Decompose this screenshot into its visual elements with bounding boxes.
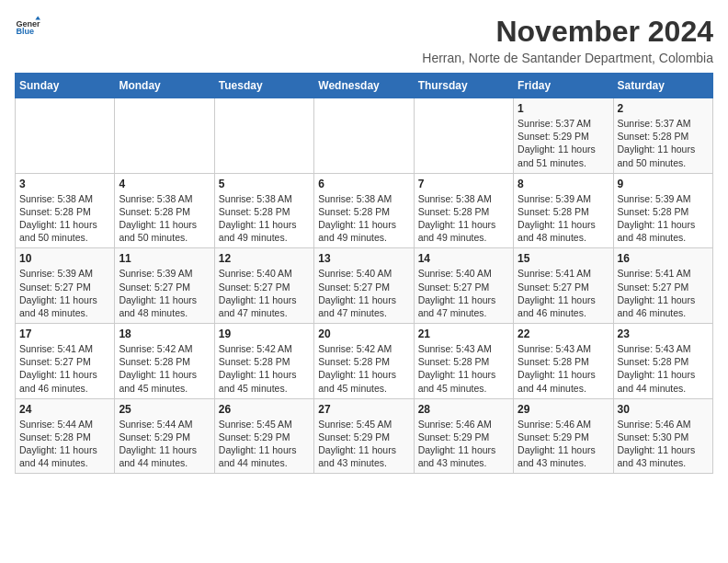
calendar-cell: 1Sunrise: 5:37 AM Sunset: 5:29 PM Daylig… [514, 98, 613, 174]
svg-marker-2 [35, 16, 40, 19]
day-info: Sunrise: 5:45 AM Sunset: 5:29 PM Dayligh… [219, 418, 310, 470]
calendar-cell: 5Sunrise: 5:38 AM Sunset: 5:28 PM Daylig… [214, 173, 313, 248]
svg-text:Blue: Blue [16, 27, 34, 36]
day-info: Sunrise: 5:41 AM Sunset: 5:27 PM Dayligh… [518, 267, 609, 319]
day-info: Sunrise: 5:38 AM Sunset: 5:28 PM Dayligh… [119, 192, 210, 245]
day-info: Sunrise: 5:40 AM Sunset: 5:27 PM Dayligh… [318, 267, 409, 319]
calendar-cell: 3Sunrise: 5:38 AM Sunset: 5:28 PM Daylig… [16, 173, 115, 248]
weekday-header-friday: Friday [514, 74, 613, 98]
calendar-cell: 4Sunrise: 5:38 AM Sunset: 5:28 PM Daylig… [115, 173, 214, 248]
calendar-cell [16, 98, 115, 174]
day-info: Sunrise: 5:42 AM Sunset: 5:28 PM Dayligh… [219, 342, 310, 395]
day-info: Sunrise: 5:43 AM Sunset: 5:28 PM Dayligh… [518, 342, 609, 395]
calendar-cell: 20Sunrise: 5:42 AM Sunset: 5:28 PM Dayli… [314, 324, 414, 399]
day-info: Sunrise: 5:38 AM Sunset: 5:28 PM Dayligh… [19, 192, 110, 245]
day-number: 17 [19, 327, 110, 340]
calendar-cell: 29Sunrise: 5:46 AM Sunset: 5:29 PM Dayli… [514, 398, 613, 474]
calendar-cell: 12Sunrise: 5:40 AM Sunset: 5:27 PM Dayli… [214, 248, 313, 324]
day-info: Sunrise: 5:43 AM Sunset: 5:28 PM Dayligh… [418, 342, 509, 395]
day-number: 23 [618, 327, 709, 340]
day-number: 22 [518, 327, 609, 340]
calendar-cell: 22Sunrise: 5:43 AM Sunset: 5:28 PM Dayli… [514, 324, 613, 399]
day-number: 18 [119, 327, 210, 340]
calendar-cell [414, 98, 513, 174]
title-area: November 2024 Herran, Norte de Santander… [422, 15, 713, 65]
logo: General Blue [15, 15, 40, 40]
day-info: Sunrise: 5:39 AM Sunset: 5:28 PM Dayligh… [518, 192, 609, 245]
day-info: Sunrise: 5:42 AM Sunset: 5:28 PM Dayligh… [119, 342, 210, 395]
day-info: Sunrise: 5:46 AM Sunset: 5:29 PM Dayligh… [518, 418, 609, 470]
weekday-header-saturday: Saturday [613, 74, 712, 98]
day-number: 13 [318, 252, 409, 265]
calendar-cell: 21Sunrise: 5:43 AM Sunset: 5:28 PM Dayli… [414, 324, 513, 399]
day-number: 30 [618, 403, 709, 416]
day-number: 5 [219, 178, 310, 190]
day-info: Sunrise: 5:37 AM Sunset: 5:28 PM Dayligh… [618, 117, 709, 169]
day-number: 20 [318, 327, 409, 340]
day-number: 14 [418, 252, 509, 265]
day-info: Sunrise: 5:43 AM Sunset: 5:28 PM Dayligh… [618, 342, 709, 395]
weekday-header-row: SundayMondayTuesdayWednesdayThursdayFrid… [16, 74, 713, 98]
day-info: Sunrise: 5:45 AM Sunset: 5:29 PM Dayligh… [318, 418, 409, 470]
day-info: Sunrise: 5:38 AM Sunset: 5:28 PM Dayligh… [318, 192, 409, 245]
calendar-cell: 13Sunrise: 5:40 AM Sunset: 5:27 PM Dayli… [314, 248, 414, 324]
day-number: 4 [119, 178, 210, 190]
day-number: 25 [119, 403, 210, 416]
day-number: 29 [518, 403, 609, 416]
day-number: 11 [119, 252, 210, 265]
calendar-cell: 18Sunrise: 5:42 AM Sunset: 5:28 PM Dayli… [115, 324, 214, 399]
day-number: 19 [219, 327, 310, 340]
calendar-cell: 25Sunrise: 5:44 AM Sunset: 5:29 PM Dayli… [115, 398, 214, 474]
day-number: 24 [19, 403, 110, 416]
calendar-cell: 2Sunrise: 5:37 AM Sunset: 5:28 PM Daylig… [613, 98, 712, 174]
day-number: 27 [318, 403, 409, 416]
day-number: 6 [318, 178, 409, 190]
calendar-cell: 14Sunrise: 5:40 AM Sunset: 5:27 PM Dayli… [414, 248, 513, 324]
calendar: SundayMondayTuesdayWednesdayThursdayFrid… [15, 73, 713, 474]
calendar-cell: 8Sunrise: 5:39 AM Sunset: 5:28 PM Daylig… [514, 173, 613, 248]
calendar-cell: 6Sunrise: 5:38 AM Sunset: 5:28 PM Daylig… [314, 173, 414, 248]
subtitle: Herran, Norte de Santander Department, C… [422, 51, 713, 65]
day-number: 7 [418, 178, 509, 190]
day-info: Sunrise: 5:46 AM Sunset: 5:30 PM Dayligh… [618, 418, 709, 470]
calendar-cell: 23Sunrise: 5:43 AM Sunset: 5:28 PM Dayli… [613, 324, 712, 399]
day-info: Sunrise: 5:40 AM Sunset: 5:27 PM Dayligh… [418, 267, 509, 319]
weekday-header-thursday: Thursday [414, 74, 513, 98]
weekday-header-monday: Monday [115, 74, 214, 98]
day-number: 15 [518, 252, 609, 265]
day-info: Sunrise: 5:37 AM Sunset: 5:29 PM Dayligh… [518, 117, 609, 169]
calendar-cell [314, 98, 414, 174]
calendar-cell: 11Sunrise: 5:39 AM Sunset: 5:27 PM Dayli… [115, 248, 214, 324]
day-info: Sunrise: 5:38 AM Sunset: 5:28 PM Dayligh… [418, 192, 509, 245]
day-number: 12 [219, 252, 310, 265]
calendar-week-row: 24Sunrise: 5:44 AM Sunset: 5:28 PM Dayli… [16, 398, 713, 474]
day-info: Sunrise: 5:39 AM Sunset: 5:28 PM Dayligh… [618, 192, 709, 245]
day-info: Sunrise: 5:40 AM Sunset: 5:27 PM Dayligh… [219, 267, 310, 319]
calendar-cell: 16Sunrise: 5:41 AM Sunset: 5:27 PM Dayli… [613, 248, 712, 324]
calendar-week-row: 1Sunrise: 5:37 AM Sunset: 5:29 PM Daylig… [16, 98, 713, 174]
header: General Blue November 2024 Herran, Norte… [15, 15, 713, 65]
calendar-cell: 9Sunrise: 5:39 AM Sunset: 5:28 PM Daylig… [613, 173, 712, 248]
calendar-week-row: 10Sunrise: 5:39 AM Sunset: 5:27 PM Dayli… [16, 248, 713, 324]
calendar-cell: 10Sunrise: 5:39 AM Sunset: 5:27 PM Dayli… [16, 248, 115, 324]
calendar-week-row: 3Sunrise: 5:38 AM Sunset: 5:28 PM Daylig… [16, 173, 713, 248]
calendar-cell: 27Sunrise: 5:45 AM Sunset: 5:29 PM Dayli… [314, 398, 414, 474]
day-number: 3 [19, 178, 110, 190]
logo-icon: General Blue [15, 15, 40, 40]
day-info: Sunrise: 5:42 AM Sunset: 5:28 PM Dayligh… [318, 342, 409, 395]
day-number: 21 [418, 327, 509, 340]
calendar-week-row: 17Sunrise: 5:41 AM Sunset: 5:27 PM Dayli… [16, 324, 713, 399]
day-number: 28 [418, 403, 509, 416]
day-info: Sunrise: 5:44 AM Sunset: 5:29 PM Dayligh… [119, 418, 210, 470]
day-info: Sunrise: 5:41 AM Sunset: 5:27 PM Dayligh… [618, 267, 709, 319]
calendar-cell: 30Sunrise: 5:46 AM Sunset: 5:30 PM Dayli… [613, 398, 712, 474]
calendar-cell: 26Sunrise: 5:45 AM Sunset: 5:29 PM Dayli… [214, 398, 313, 474]
weekday-header-sunday: Sunday [16, 74, 115, 98]
weekday-header-tuesday: Tuesday [214, 74, 313, 98]
day-number: 1 [518, 102, 609, 115]
day-info: Sunrise: 5:44 AM Sunset: 5:28 PM Dayligh… [19, 418, 110, 470]
calendar-cell [115, 98, 214, 174]
day-number: 26 [219, 403, 310, 416]
day-number: 10 [19, 252, 110, 265]
calendar-cell: 17Sunrise: 5:41 AM Sunset: 5:27 PM Dayli… [16, 324, 115, 399]
